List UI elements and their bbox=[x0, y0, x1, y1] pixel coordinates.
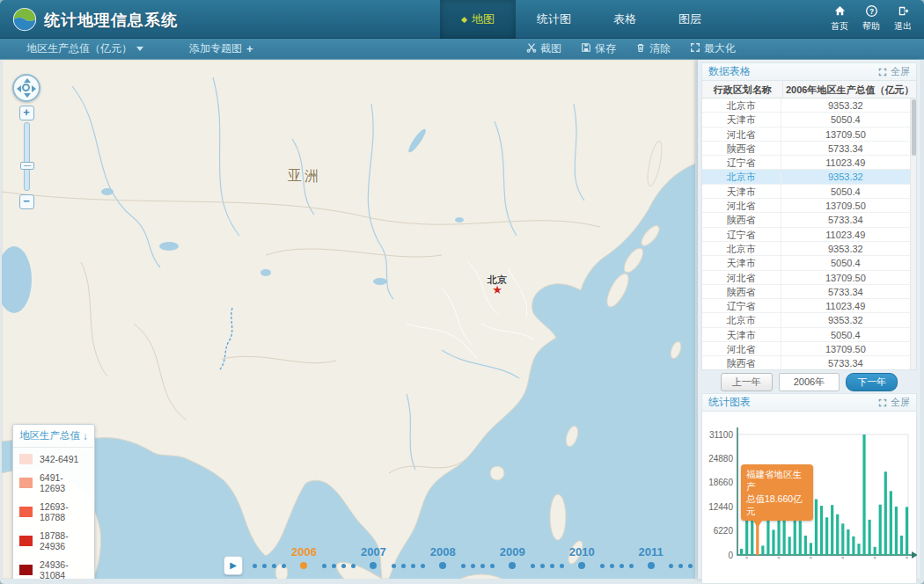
table-row[interactable]: 辽宁省11023.49 bbox=[702, 299, 910, 313]
pan-control[interactable] bbox=[12, 74, 40, 102]
bar[interactable] bbox=[815, 500, 818, 555]
zoom-slider-track[interactable] bbox=[24, 122, 30, 191]
table-row[interactable]: 河北省13709.50 bbox=[702, 199, 910, 213]
table-row[interactable]: 陕西省5733.34 bbox=[702, 356, 910, 369]
table-row[interactable]: 陕西省5733.34 bbox=[702, 213, 910, 227]
tab-table[interactable]: 表格 bbox=[592, 0, 657, 39]
table-row[interactable]: 辽宁省11023.49 bbox=[702, 156, 910, 170]
timeline-tick-dot[interactable] bbox=[401, 564, 406, 568]
scissors-action-button[interactable]: 截图 bbox=[526, 41, 561, 56]
bar[interactable] bbox=[884, 471, 887, 555]
table-scrollbar-thumb[interactable] bbox=[912, 99, 916, 156]
bar[interactable] bbox=[766, 519, 769, 555]
timeline-tick-dot[interactable] bbox=[620, 564, 624, 568]
bar-chart[interactable]: 福建省地区生产 总值18.660亿元 062201244018660248803… bbox=[701, 412, 917, 584]
help-button[interactable]: ?帮助 bbox=[862, 4, 880, 33]
table-row[interactable]: 北京市9353.32 bbox=[702, 313, 910, 327]
timeline-tick-dot[interactable] bbox=[322, 564, 326, 568]
bar[interactable] bbox=[831, 505, 833, 555]
zoom-slider-handle[interactable] bbox=[20, 162, 34, 170]
table-row[interactable]: 河北省13709.50 bbox=[702, 342, 910, 356]
timeline-year-2006[interactable]: 2006 bbox=[291, 545, 317, 577]
table-scrollbar[interactable] bbox=[910, 99, 916, 369]
timeline-tick-dot[interactable] bbox=[351, 564, 356, 568]
trash-action-button[interactable]: 清除 bbox=[635, 41, 671, 56]
bar[interactable] bbox=[772, 529, 774, 555]
tab-chart[interactable]: 统计图 bbox=[516, 0, 592, 39]
table-row[interactable]: 辽宁省11023.49 bbox=[702, 228, 910, 242]
beijing-marker[interactable]: 北京 ★ bbox=[488, 274, 507, 294]
timeline-year-2009[interactable]: 2009 bbox=[500, 545, 525, 577]
bar[interactable] bbox=[820, 506, 823, 555]
table-row[interactable]: 河北省13709.50 bbox=[702, 128, 910, 142]
next-year-button[interactable]: 下一年 bbox=[846, 373, 898, 391]
bar[interactable] bbox=[825, 517, 828, 555]
timeline-tick-dot[interactable] bbox=[411, 564, 415, 568]
bar[interactable] bbox=[874, 547, 876, 555]
timeline-tick-dot[interactable] bbox=[392, 564, 396, 568]
bar[interactable] bbox=[895, 507, 898, 555]
layer-selector-dropdown[interactable]: 地区生产总值（亿元） bbox=[26, 41, 143, 56]
chart-fullscreen-button[interactable]: 全屏 bbox=[878, 396, 910, 409]
timeline-tick-dot[interactable] bbox=[461, 564, 466, 568]
maximize-action-button[interactable]: 最大化 bbox=[690, 41, 736, 56]
timeline-tick-dot[interactable] bbox=[253, 564, 257, 568]
timeline-tick-dot[interactable] bbox=[531, 564, 535, 568]
add-thematic-map-button[interactable]: 添加专题图 + bbox=[189, 41, 253, 56]
bar[interactable] bbox=[804, 536, 807, 555]
data-table-fullscreen-button[interactable]: 全屏 bbox=[878, 65, 910, 78]
timeline-tick-dot[interactable] bbox=[272, 564, 276, 568]
zoom-out-button[interactable]: − bbox=[19, 194, 34, 209]
table-row[interactable]: 天津市5050.4 bbox=[702, 328, 910, 342]
timeline-play-button[interactable]: ▶ bbox=[224, 556, 243, 575]
table-row[interactable]: 北京市9353.32 bbox=[702, 242, 910, 256]
bar[interactable] bbox=[869, 520, 871, 555]
legend-collapse-icon[interactable]: ↓ bbox=[83, 431, 88, 442]
timeline-tick-dot[interactable] bbox=[629, 564, 634, 568]
pan-left-icon[interactable] bbox=[17, 85, 21, 92]
timeline-tick-dot[interactable] bbox=[600, 564, 605, 568]
table-row[interactable]: 天津市5050.4 bbox=[702, 113, 910, 127]
zoom-in-button[interactable]: + bbox=[19, 106, 34, 120]
timeline-tick-dot[interactable] bbox=[490, 564, 495, 568]
timeline-tick-dot[interactable] bbox=[262, 564, 267, 568]
bar[interactable] bbox=[900, 536, 903, 555]
map-viewport[interactable]: 亚洲 北京 ★ + − 地区生产总值 ↓ bbox=[2, 60, 695, 579]
bar[interactable] bbox=[847, 529, 849, 555]
previous-year-button[interactable]: 上一年 bbox=[721, 373, 773, 391]
timeline-tick-dot[interactable] bbox=[480, 564, 485, 568]
timeline-tick-dot[interactable] bbox=[421, 564, 425, 568]
bar[interactable] bbox=[799, 521, 802, 555]
timeline-tick-dot[interactable] bbox=[678, 564, 683, 568]
table-row[interactable]: 天津市5050.4 bbox=[702, 256, 910, 270]
tab-layers[interactable]: 图层 bbox=[657, 0, 722, 39]
timeline-year-2010[interactable]: 2010 bbox=[569, 545, 595, 577]
bar[interactable] bbox=[890, 491, 892, 555]
bar[interactable] bbox=[857, 544, 860, 555]
timeline-tick-dot[interactable] bbox=[540, 564, 545, 568]
bar[interactable] bbox=[810, 543, 812, 555]
save-action-button[interactable]: 保存 bbox=[581, 41, 616, 56]
table-row[interactable]: 陕西省5733.34 bbox=[702, 285, 910, 299]
table-row[interactable]: 河北省13709.50 bbox=[702, 271, 910, 285]
bar[interactable] bbox=[841, 523, 844, 555]
table-row[interactable]: 陕西省5733.34 bbox=[702, 142, 910, 156]
pan-right-icon[interactable] bbox=[32, 85, 36, 92]
bar[interactable] bbox=[761, 545, 764, 555]
bar[interactable] bbox=[906, 507, 908, 555]
bar[interactable] bbox=[740, 549, 743, 555]
home-button[interactable]: 首页 bbox=[831, 4, 848, 33]
timeline-tick-dot[interactable] bbox=[688, 564, 693, 568]
bar[interactable] bbox=[852, 537, 854, 555]
timeline-year-2008[interactable]: 2008 bbox=[430, 545, 456, 577]
timeline-tick-dot[interactable] bbox=[471, 564, 475, 568]
table-row[interactable]: 天津市5050.4 bbox=[702, 185, 910, 199]
timeline-tick-dot[interactable] bbox=[610, 564, 614, 568]
bar[interactable] bbox=[788, 537, 791, 555]
timeline-tick-dot[interactable] bbox=[550, 564, 554, 568]
timeline-year-2011[interactable]: 2011 bbox=[639, 545, 664, 577]
asia-map[interactable] bbox=[2, 60, 695, 579]
exit-button[interactable]: 退出 bbox=[894, 4, 912, 33]
timeline-tick-dot[interactable] bbox=[669, 564, 673, 568]
bar[interactable] bbox=[862, 434, 865, 555]
